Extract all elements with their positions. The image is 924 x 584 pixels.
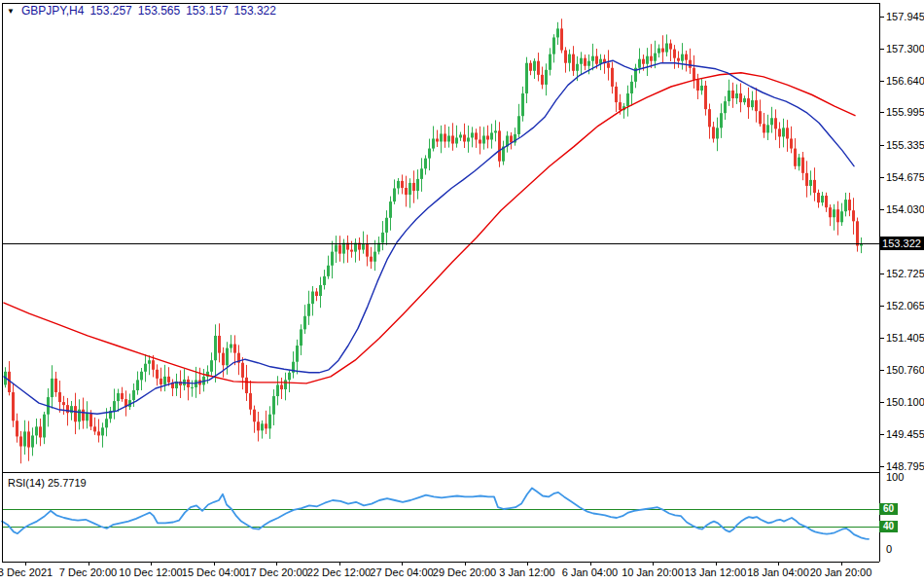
candle-down — [794, 149, 797, 166]
candle-up — [821, 196, 824, 202]
candle-down — [338, 245, 341, 254]
candle-down — [66, 405, 69, 413]
candle-up — [319, 285, 322, 296]
candle-up — [459, 134, 462, 137]
candle-up — [716, 128, 719, 138]
candle-up — [638, 59, 641, 68]
candle-up — [331, 252, 334, 266]
candle-up — [31, 435, 34, 447]
candle-down — [650, 56, 653, 61]
candle-down — [444, 133, 446, 141]
time-axis-label: 15 Dec 04:00 — [182, 566, 245, 579]
price-axis-label: 152.065 — [886, 300, 924, 312]
candle-down — [315, 292, 318, 297]
candle-down — [778, 128, 781, 136]
candle-up — [743, 98, 746, 102]
candle-up — [261, 423, 264, 430]
candle-down — [790, 138, 793, 148]
candle-down — [611, 68, 614, 87]
time-axis-label: 22 Dec 12:00 — [307, 566, 371, 579]
candle-down — [253, 410, 256, 422]
candle-up — [136, 380, 139, 390]
candle-down — [685, 55, 688, 60]
price-axis-label: 150.760 — [886, 364, 924, 377]
time-axis-label: 17 Dec 20:00 — [244, 566, 307, 579]
trading-chart-window: ▼GBPJPY,H4153.257153.565153.157153.322 R… — [0, 0, 924, 584]
candle-down — [486, 135, 489, 139]
candle-up — [724, 101, 727, 113]
candle-up — [389, 201, 392, 218]
candle-down — [265, 423, 267, 428]
candle-up — [373, 252, 376, 262]
time-axis-label: 6 Jan 04:00 — [562, 566, 619, 579]
candle-down — [498, 130, 501, 161]
candle-down — [708, 109, 711, 127]
candle-down — [350, 250, 353, 252]
candle-down — [233, 345, 236, 353]
candle-down — [712, 127, 715, 138]
candle-down — [615, 87, 618, 102]
candle-up — [525, 63, 528, 93]
candle-up — [323, 276, 326, 285]
candle-up — [342, 243, 345, 254]
ohlc-low: 153.157 — [186, 4, 228, 18]
candle-up — [455, 137, 458, 143]
candle-up — [385, 218, 388, 233]
candle-up — [397, 181, 400, 189]
chart-canvas[interactable] — [0, 0, 924, 584]
candle-down — [595, 56, 598, 64]
candle-up — [132, 390, 135, 400]
candle-up — [101, 427, 104, 435]
candle-up — [545, 70, 548, 85]
candle-up — [416, 179, 419, 191]
candle-up — [482, 135, 485, 143]
candle-down — [747, 98, 750, 107]
symbol-dropdown-icon[interactable]: ▼ — [7, 7, 15, 16]
candle-down — [19, 436, 22, 446]
candle-down — [759, 111, 762, 124]
candle-up — [381, 233, 384, 243]
candle-up — [751, 100, 754, 107]
candle-down — [661, 49, 664, 53]
candle-down — [689, 60, 692, 68]
candle-up — [113, 401, 116, 411]
rsi-line — [2, 488, 869, 538]
candle-up — [568, 55, 571, 63]
candle-down — [852, 210, 855, 221]
candle-down — [12, 392, 15, 420]
candle-up — [335, 245, 338, 252]
candle-down — [257, 421, 260, 430]
candle-up — [549, 55, 551, 70]
candle-down — [739, 93, 742, 102]
time-axis-label: 13 Jan 12:00 — [685, 566, 747, 579]
candle-down — [805, 173, 808, 186]
candle-down — [829, 207, 832, 217]
candle-up — [494, 130, 497, 132]
candle-up — [163, 377, 166, 384]
ma-slow-line — [4, 73, 855, 383]
candle-up — [311, 292, 314, 305]
candle-down — [693, 68, 695, 80]
symbol-timeframe-label: GBPJPY,H4 — [21, 4, 84, 18]
candle-down — [529, 63, 532, 71]
candle-down — [801, 158, 804, 173]
candle-up — [144, 364, 147, 372]
candle-up — [700, 86, 703, 91]
rsi-level-60-badge: 60 — [879, 503, 898, 515]
candle-up — [728, 91, 730, 101]
candle-down — [510, 135, 513, 142]
candle-down — [755, 100, 758, 111]
candle-down — [39, 426, 42, 437]
candle-up — [770, 118, 773, 125]
candle-up — [210, 360, 213, 372]
candle-down — [62, 402, 65, 405]
price-axis-label: 152.725 — [886, 268, 924, 280]
candle-down — [704, 86, 707, 109]
candle-down — [763, 124, 765, 132]
ohlc-open: 153.257 — [89, 4, 131, 18]
candle-up — [798, 158, 800, 166]
price-axis-label: 151.405 — [886, 332, 924, 345]
rsi-level-40-badge: 40 — [879, 521, 898, 532]
candle-down — [560, 28, 563, 50]
rsi-indicator-label: RSI(14) 25.7719 — [8, 477, 87, 490]
